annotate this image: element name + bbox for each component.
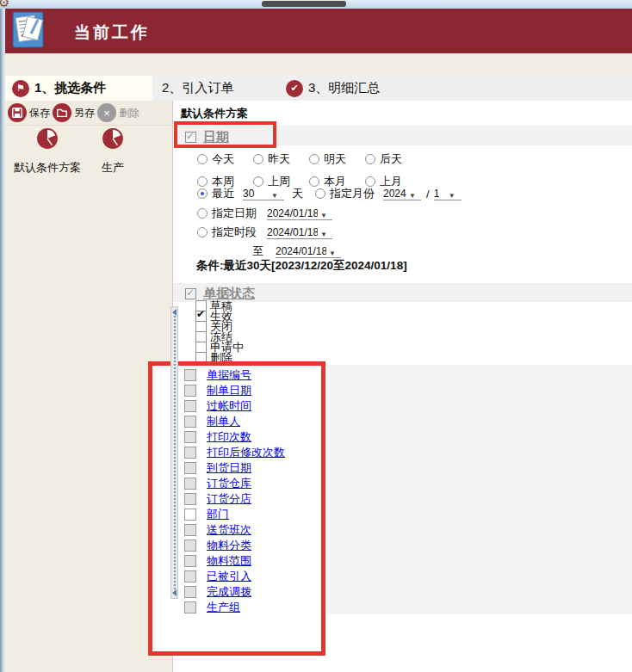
radio-icon [197, 188, 208, 199]
group-checkbox[interactable] [184, 539, 196, 552]
group-checkbox[interactable] [184, 555, 196, 567]
splitter-arrow-icon [172, 309, 177, 316]
status-section-checkbox[interactable]: ✓ [185, 288, 196, 299]
year-combobox[interactable]: 2024 ▼ [383, 187, 421, 200]
filter-group-row[interactable]: 打印后修改次数 [184, 445, 285, 460]
tab-pick-conditions[interactable]: ⚑ 1、挑选条件 [5, 76, 152, 101]
tab-label: 2、引入订单 [162, 80, 233, 96]
close-icon: × [97, 103, 116, 122]
tab-detail-summary[interactable]: ✔ 3、明细汇总 [279, 76, 406, 101]
period-radio[interactable]: 指定时段 [197, 225, 257, 240]
radio-label: 明天 [324, 151, 346, 167]
group-link[interactable]: 过帐时间 [207, 398, 251, 414]
group-checkbox[interactable] [184, 493, 196, 505]
month-combobox[interactable]: 1 ▼ [434, 187, 462, 200]
app-window: ⚙ 当前工作 ⚑ 1、挑选条件 2、引入 [0, 0, 632, 672]
filter-group-row[interactable]: 到货日期 [184, 460, 285, 476]
filter-group-row[interactable]: 制单人 [184, 414, 285, 429]
group-link[interactable]: 打印次数 [207, 429, 251, 445]
filter-group-row[interactable]: 制单日期 [184, 383, 285, 398]
filter-group-row[interactable]: 打印次数 [184, 429, 285, 445]
group-link[interactable]: 生产组 [207, 600, 240, 615]
save-label: 保存 [29, 106, 50, 120]
group-checkbox[interactable] [184, 570, 196, 583]
filter-group-row[interactable]: 物料分类 [184, 538, 285, 553]
specific-date-radio[interactable]: 指定日期 [197, 206, 257, 221]
date-quick-radio[interactable]: 后天 [365, 151, 421, 167]
date-quick-radio[interactable]: 今天 [197, 151, 253, 167]
radio-icon [315, 188, 325, 199]
tab-import-orders[interactable]: 2、引入订单 [155, 76, 276, 101]
group-link[interactable]: 制单人 [207, 414, 240, 429]
group-checkbox[interactable] [184, 601, 196, 613]
date-quick-radio[interactable]: 昨天 [253, 151, 309, 167]
filter-group-row[interactable]: 订货仓库 [184, 476, 285, 491]
folder-icon [53, 103, 71, 122]
save-as-label: 另存 [74, 106, 95, 120]
month-radio[interactable]: 指定月份 [315, 186, 375, 201]
specific-date-combobox[interactable]: 2024/01/18 ▼ [267, 207, 332, 220]
save-button[interactable]: 保存 [8, 103, 50, 122]
date-separator: / [426, 188, 430, 200]
group-link[interactable]: 到货日期 [207, 460, 251, 476]
chevron-down-icon: ▼ [449, 192, 455, 200]
date-quick-radio[interactable]: 明天 [309, 151, 365, 167]
filter-group-row[interactable]: 送货班次 [184, 522, 285, 538]
group-checkbox[interactable] [184, 400, 196, 412]
group-link[interactable]: 物料范围 [207, 553, 251, 569]
filter-group-row[interactable]: 完成调拨 [184, 584, 285, 600]
group-checkbox[interactable] [184, 509, 196, 521]
scheme-pie-icon [102, 127, 124, 153]
date-quick-options: 今天 昨天 明天 后天 本周 上周 [197, 151, 421, 189]
group-link[interactable]: 单据编号 [207, 367, 251, 383]
period-from-combobox[interactable]: 2024/01/18 ▼ [267, 225, 332, 239]
group-checkbox[interactable] [184, 524, 196, 536]
sidebar-item-default-scheme[interactable]: 默认条件方案 [19, 127, 76, 176]
tab-strip: ⚑ 1、挑选条件 2、引入订单 ✔ 3、明细汇总 [5, 76, 632, 101]
recent-days-combobox[interactable]: 30 ▼ [243, 187, 284, 200]
filter-group-row[interactable]: 过帐时间 [184, 398, 285, 414]
radio-icon [253, 154, 263, 164]
group-checkbox[interactable] [184, 478, 196, 490]
scheme-label: 默认条件方案 [14, 160, 81, 176]
group-checkbox[interactable] [184, 586, 196, 598]
group-link[interactable]: 订货仓库 [207, 476, 251, 491]
panel-heading: 默认条件方案 [181, 106, 248, 121]
period-to-combobox[interactable]: 2024/01/18 ▼ [276, 244, 341, 258]
group-link[interactable]: 送货班次 [207, 522, 251, 538]
filter-group-list: 单据编号 制单日期 过帐时间 制单人 打印次数 [184, 367, 285, 615]
sidebar-item-production[interactable]: 生产 [90, 127, 135, 176]
chevron-down-icon: ▼ [409, 192, 416, 200]
collapse-splitter[interactable] [170, 306, 178, 599]
group-link[interactable]: 已被引入 [207, 569, 251, 584]
group-link[interactable]: 打印后修改次数 [207, 445, 285, 460]
radio-icon [365, 154, 375, 164]
group-link[interactable]: 制单日期 [207, 383, 251, 398]
group-link[interactable]: 完成调拨 [207, 584, 251, 600]
recent-days-radio[interactable]: 最近 [197, 186, 234, 201]
group-link[interactable]: 物料分类 [207, 538, 251, 553]
radio-label: 今天 [212, 151, 234, 167]
filter-group-row[interactable]: 已被引入 [184, 569, 285, 584]
page-title: 当前工作 [74, 22, 150, 44]
chevron-down-icon: ▼ [271, 192, 278, 200]
annotation-box-date [174, 121, 276, 148]
check-icon: ✔ [286, 80, 303, 97]
save-as-button[interactable]: 另存 [53, 103, 95, 122]
group-checkbox[interactable] [184, 447, 196, 459]
period-to-row: 至 2024/01/18 ▼ [252, 244, 341, 259]
group-link[interactable]: 部门 [207, 507, 229, 522]
group-checkbox[interactable] [184, 462, 196, 474]
period-from-row: 指定时段 2024/01/18 ▼ [197, 225, 332, 240]
filter-group-row[interactable]: 生产组 [184, 600, 285, 615]
filter-group-row[interactable]: 部门 [184, 507, 285, 522]
filter-group-row[interactable]: 订货分店 [184, 491, 285, 507]
group-checkbox[interactable] [184, 431, 196, 443]
group-link[interactable]: 订货分店 [207, 491, 251, 507]
group-checkbox[interactable] [184, 416, 196, 428]
filter-group-row[interactable]: 单据编号 [184, 367, 285, 383]
filter-group-row[interactable]: 物料范围 [184, 553, 285, 569]
group-checkbox[interactable] [184, 369, 196, 381]
chevron-down-icon: ▼ [329, 250, 336, 257]
group-checkbox[interactable] [184, 385, 196, 397]
